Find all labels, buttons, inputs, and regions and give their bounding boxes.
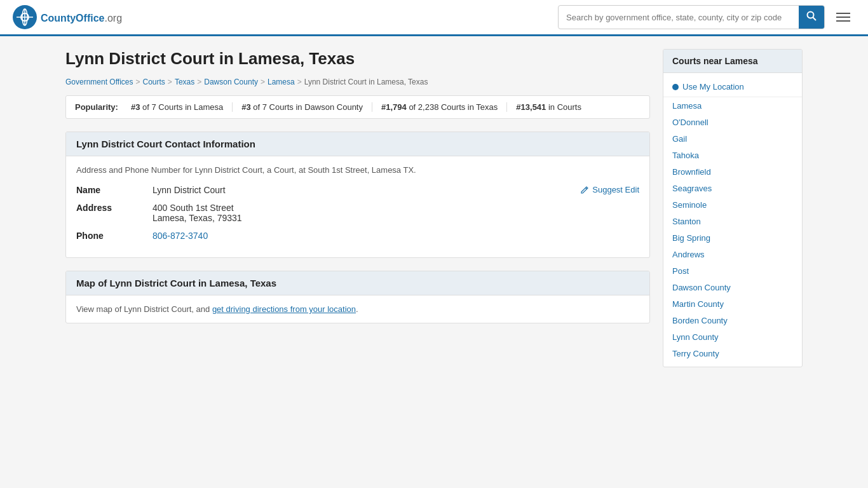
map-desc-start: View map of Lynn District Court, and [76, 304, 212, 314]
popularity-rank-2: #1,794 [381, 102, 407, 112]
use-location-link[interactable]: Use My Location [682, 82, 744, 92]
directions-link[interactable]: get driving directions from your locatio… [212, 304, 356, 314]
sidebar-link-post[interactable]: Post [672, 266, 689, 276]
address-line2: Lamesa, Texas, 79331 [153, 213, 639, 223]
header-right [558, 5, 855, 29]
sidebar-link-odonnell[interactable]: O'Donnell [672, 118, 709, 127]
search-input[interactable] [559, 8, 799, 27]
sidebar-link-andrews[interactable]: Andrews [672, 250, 705, 259]
svg-point-5 [808, 12, 814, 18]
sidebar-link-terry-county[interactable]: Terry County [672, 349, 719, 358]
sidebar-link-martin-county[interactable]: Martin County [672, 299, 724, 309]
popularity-item-3: #13,541 in Courts [507, 102, 590, 112]
name-label: Name [76, 185, 153, 195]
sidebar-item-big-spring[interactable]: Big Spring [663, 229, 802, 246]
sidebar-item-stanton[interactable]: Stanton [663, 213, 802, 229]
menu-line-3 [836, 20, 850, 22]
popularity-rank-1: #3 [241, 102, 250, 112]
popularity-item-1: #3 of 7 Courts in Dawson County [233, 102, 372, 112]
sidebar-item-tahoka[interactable]: Tahoka [663, 147, 802, 163]
breadcrumb-sep-5: > [297, 78, 302, 86]
sidebar-link-gail[interactable]: Gail [672, 134, 687, 144]
sidebar-item-lynn-county[interactable]: Lynn County [663, 329, 802, 345]
svg-line-6 [813, 18, 817, 21]
breadcrumb-government-offices[interactable]: Government Offices [65, 78, 133, 86]
sidebar-link-brownfield[interactable]: Brownfield [672, 167, 711, 177]
use-my-location-item[interactable]: Use My Location [663, 78, 802, 97]
map-section-body: View map of Lynn District Court, and get… [66, 295, 649, 323]
main-container: Lynn District Court in Lamesa, Texas Gov… [53, 36, 815, 380]
popularity-label: Popularity: [75, 102, 118, 112]
sidebar-item-gail[interactable]: Gail [663, 130, 802, 147]
menu-line-1 [836, 13, 850, 14]
popularity-text-2: of 2,238 Courts in Texas [409, 102, 498, 112]
contact-section-header: Lynn District Court Contact Information [66, 132, 649, 156]
popularity-text-1: of 7 Courts in Dawson County [253, 102, 363, 112]
sidebar-item-dawson-county[interactable]: Dawson County [663, 279, 802, 295]
phone-label: Phone [76, 231, 153, 241]
map-section-header: Map of Lynn District Court in Lamesa, Te… [66, 271, 649, 295]
map-desc-end: . [356, 304, 358, 314]
phone-row: Phone 806-872-3740 [76, 231, 639, 241]
popularity-rank-3: #13,541 [516, 102, 546, 112]
sidebar-item-seminole[interactable]: Seminole [663, 196, 802, 213]
breadcrumb-dawson-county[interactable]: Dawson County [204, 78, 258, 86]
sidebar-link-seagraves[interactable]: Seagraves [672, 184, 712, 193]
sidebar-link-lamesa[interactable]: Lamesa [672, 101, 702, 111]
contact-description: Address and Phone Number for Lynn Distri… [76, 165, 639, 175]
content-area: Lynn District Court in Lamesa, Texas Gov… [65, 49, 650, 367]
sidebar-link-stanton[interactable]: Stanton [672, 217, 701, 226]
suggest-edit-button[interactable]: Suggest Edit [580, 185, 639, 194]
logo[interactable]: CountyOffice.org [13, 5, 122, 29]
address-line1: 400 South 1st Street [153, 203, 639, 213]
sidebar-link-tahoka[interactable]: Tahoka [672, 151, 699, 160]
sidebar-box: Courts near Lamesa Use My Location Lames… [663, 49, 803, 367]
breadcrumb-texas[interactable]: Texas [175, 78, 194, 86]
popularity-item-2: #1,794 of 2,238 Courts in Texas [372, 102, 507, 112]
menu-line-2 [836, 17, 850, 18]
sidebar-link-seminole[interactable]: Seminole [672, 200, 707, 210]
search-button[interactable] [799, 6, 824, 29]
sidebar-item-odonnell[interactable]: O'Donnell [663, 114, 802, 130]
breadcrumb: Government Offices > Courts > Texas > Da… [65, 78, 650, 86]
name-value: Lynn District Court Suggest Edit [153, 185, 639, 195]
popularity-rank-0: #3 [131, 102, 140, 112]
search-bar [558, 5, 825, 29]
popularity-text-3: in Courts [548, 102, 581, 112]
contact-section: Lynn District Court Contact Information … [65, 132, 650, 258]
sidebar-item-post[interactable]: Post [663, 262, 802, 279]
sidebar-link-big-spring[interactable]: Big Spring [672, 233, 710, 243]
popularity-item-0: #3 of 7 Courts in Lamesa [122, 102, 233, 112]
breadcrumb-courts[interactable]: Courts [143, 78, 165, 86]
breadcrumb-lamesa[interactable]: Lamesa [268, 78, 295, 86]
location-dot-icon [672, 84, 679, 90]
sidebar-item-brownfield[interactable]: Brownfield [663, 163, 802, 180]
breadcrumb-sep-4: > [261, 78, 265, 86]
phone-link[interactable]: 806-872-3740 [153, 231, 208, 241]
phone-value: 806-872-3740 [153, 231, 639, 241]
logo-wordmark: CountyOffice.org [41, 10, 122, 25]
address-row: Address 400 South 1st Street Lamesa, Tex… [76, 203, 639, 223]
page-title: Lynn District Court in Lamesa, Texas [65, 49, 650, 69]
sidebar-item-andrews[interactable]: Andrews [663, 246, 802, 262]
hamburger-menu-button[interactable] [831, 10, 855, 24]
breadcrumb-sep-2: > [168, 78, 172, 86]
address-label: Address [76, 203, 153, 213]
sidebar-item-terry-county[interactable]: Terry County [663, 345, 802, 362]
breadcrumb-current: Lynn District Court in Lamesa, Texas [304, 78, 428, 86]
breadcrumb-sep-3: > [197, 78, 201, 86]
sidebar-link-dawson-county[interactable]: Dawson County [672, 283, 731, 292]
sidebar-link-lynn-county[interactable]: Lynn County [672, 332, 719, 342]
logo-icon [13, 5, 37, 29]
breadcrumb-sep-1: > [136, 78, 140, 86]
address-value: 400 South 1st Street Lamesa, Texas, 7933… [153, 203, 639, 223]
sidebar-link-borden-county[interactable]: Borden County [672, 316, 728, 325]
site-header: CountyOffice.org [0, 0, 868, 36]
sidebar-item-seagraves[interactable]: Seagraves [663, 180, 802, 196]
sidebar-list: Use My Location Lamesa O'Donnell Gail Ta… [663, 73, 802, 367]
sidebar-item-lamesa[interactable]: Lamesa [663, 97, 802, 114]
map-section: Map of Lynn District Court in Lamesa, Te… [65, 271, 650, 323]
sidebar-title: Courts near Lamesa [663, 50, 802, 73]
sidebar-item-martin-county[interactable]: Martin County [663, 295, 802, 312]
sidebar-item-borden-county[interactable]: Borden County [663, 312, 802, 329]
